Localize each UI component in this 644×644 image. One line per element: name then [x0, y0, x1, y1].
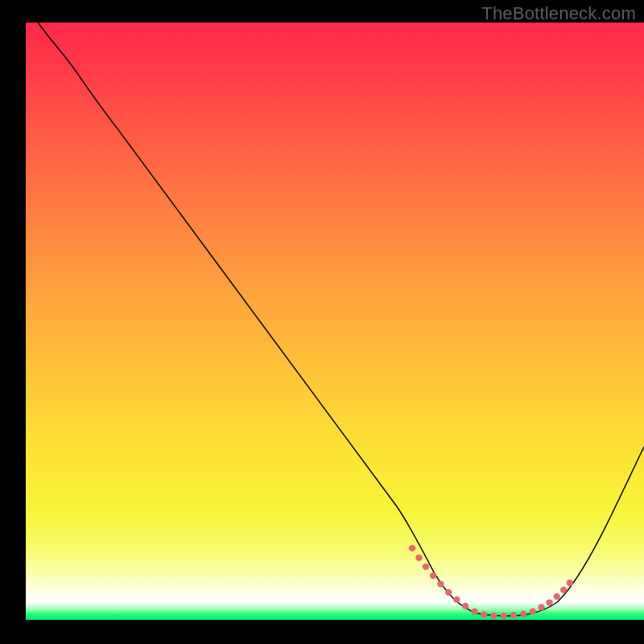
- svg-point-19: [567, 580, 573, 586]
- svg-point-2: [423, 564, 429, 570]
- svg-point-3: [430, 572, 436, 579]
- svg-point-1: [415, 555, 422, 561]
- svg-point-12: [510, 612, 517, 618]
- svg-point-10: [490, 613, 497, 619]
- main-curve: [38, 23, 644, 616]
- watermark-text: TheBottleneck.com: [481, 3, 636, 24]
- svg-point-5: [445, 589, 452, 596]
- svg-point-18: [560, 587, 567, 593]
- svg-point-7: [462, 603, 469, 609]
- svg-point-9: [481, 611, 487, 617]
- svg-point-11: [500, 613, 506, 619]
- plot-area: [26, 23, 644, 620]
- svg-point-13: [520, 610, 526, 617]
- svg-point-6: [453, 597, 460, 603]
- chart-frame: TheBottleneck.com: [0, 0, 644, 644]
- svg-point-15: [538, 604, 544, 610]
- svg-point-17: [553, 593, 559, 600]
- svg-point-0: [409, 545, 415, 551]
- svg-point-4: [437, 580, 444, 587]
- svg-point-16: [546, 599, 552, 605]
- svg-point-8: [471, 609, 477, 615]
- svg-point-14: [530, 609, 536, 615]
- chart-svg: [26, 23, 644, 620]
